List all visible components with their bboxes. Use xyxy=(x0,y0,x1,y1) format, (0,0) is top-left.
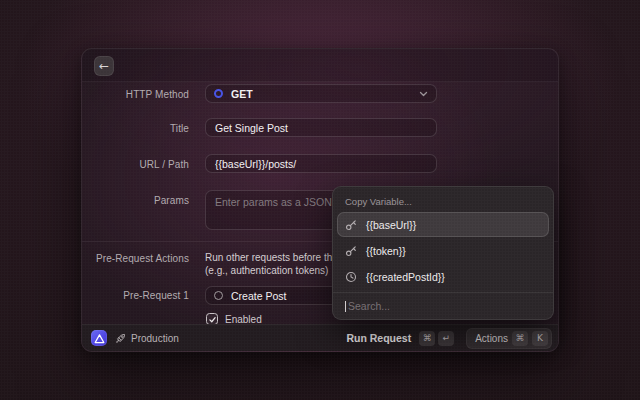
chevron-down-icon xyxy=(419,91,428,97)
variable-label: {{token}} xyxy=(366,245,406,257)
search-placeholder: Search... xyxy=(348,300,390,312)
environment-name: Production xyxy=(131,333,179,344)
check-icon xyxy=(208,315,217,324)
pre-request-1-value: Create Post xyxy=(231,290,286,302)
method-circle-icon xyxy=(214,89,223,98)
k-key-icon: K xyxy=(532,331,548,346)
clock-icon xyxy=(345,271,357,283)
variable-item-createdpostid[interactable]: {{createdPostId}} xyxy=(337,264,549,289)
back-button[interactable]: ← xyxy=(94,56,114,76)
params-label: Params xyxy=(82,195,189,206)
status-bar-actions: Run Request ⌘ ↵ Actions ⌘ K xyxy=(346,328,552,349)
http-method-value: GET xyxy=(231,88,253,100)
pre-request-1-label: Pre-Request 1 xyxy=(82,290,189,301)
app-background: ← HTTP Method GET Title URL / Path Param… xyxy=(0,0,640,400)
back-arrow-icon: ← xyxy=(99,59,109,73)
variable-search-input[interactable]: Search... xyxy=(333,292,553,319)
key-icon xyxy=(345,245,357,257)
variable-label: {{baseUrl}} xyxy=(366,219,416,231)
rocket-icon xyxy=(115,333,126,344)
run-request-shortcut: ⌘ ↵ xyxy=(419,331,454,346)
request-circle-icon xyxy=(214,291,223,300)
http-method-label: HTTP Method xyxy=(82,89,189,100)
triangle-logo-icon xyxy=(94,333,105,344)
variable-label: {{createdPostId}} xyxy=(366,271,445,283)
actions-button[interactable]: Actions ⌘ K xyxy=(466,328,552,349)
url-path-label: URL / Path xyxy=(82,159,189,170)
environment-switcher[interactable]: Production xyxy=(115,333,179,344)
popover-title: Copy Variable... xyxy=(333,187,553,212)
variable-item-baseurl[interactable]: {{baseUrl}} xyxy=(337,212,549,237)
title-label: Title xyxy=(82,123,189,134)
window-header: ← xyxy=(82,49,558,82)
command-key-icon: ⌘ xyxy=(512,331,528,346)
text-caret xyxy=(345,301,346,312)
copy-variable-popover: Copy Variable... {{baseUrl}} {{token}} xyxy=(332,186,554,320)
url-path-input[interactable] xyxy=(205,154,437,173)
pre-request-actions-label: Pre-Request Actions xyxy=(82,253,189,264)
status-bar: Production Run Request ⌘ ↵ Actions ⌘ K xyxy=(82,324,558,351)
key-icon xyxy=(345,219,357,231)
actions-label: Actions xyxy=(475,333,508,344)
title-input[interactable] xyxy=(205,118,437,137)
command-key-icon: ⌘ xyxy=(419,331,435,346)
app-logo[interactable] xyxy=(91,330,107,346)
return-key-icon: ↵ xyxy=(438,331,454,346)
http-method-select[interactable]: GET xyxy=(205,84,437,103)
run-request-button[interactable]: Run Request xyxy=(346,332,411,344)
variable-item-token[interactable]: {{token}} xyxy=(337,238,549,263)
